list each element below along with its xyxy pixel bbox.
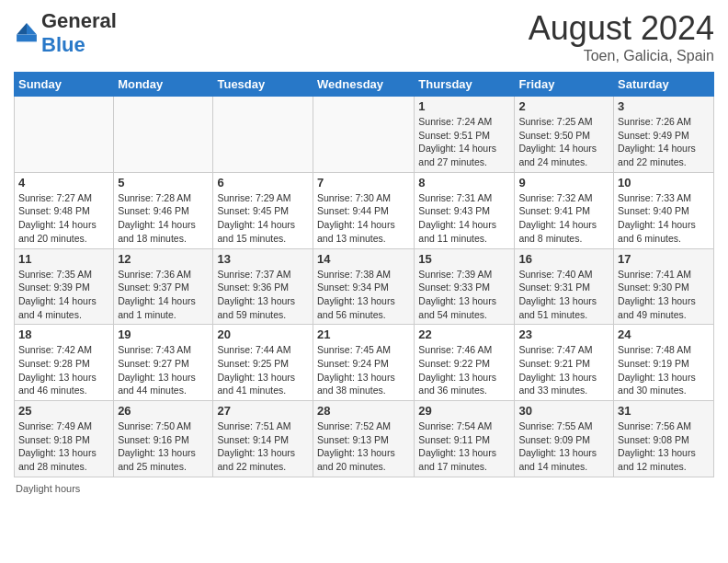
calendar-cell: 26Sunrise: 7:50 AMSunset: 9:16 PMDayligh… [114,401,213,477]
col-monday: Monday [114,73,213,97]
svg-rect-2 [17,35,37,42]
day-info: Sunrise: 7:56 AMSunset: 9:08 PMDaylight:… [618,419,710,474]
day-info: Sunrise: 7:30 AMSunset: 9:44 PMDaylight:… [317,191,410,246]
col-saturday: Saturday [614,73,714,97]
footer: Daylight hours [14,483,714,494]
calendar-cell: 14Sunrise: 7:38 AMSunset: 9:34 PMDayligh… [313,248,415,325]
calendar-cell: 21Sunrise: 7:45 AMSunset: 9:24 PMDayligh… [313,325,415,401]
day-info: Sunrise: 7:51 AMSunset: 9:14 PMDaylight:… [217,419,309,474]
day-info: Sunrise: 7:50 AMSunset: 9:16 PMDaylight:… [118,419,209,474]
day-info: Sunrise: 7:35 AMSunset: 9:39 PMDaylight:… [18,268,109,322]
day-number: 28 [317,404,410,418]
day-info: Sunrise: 7:47 AMSunset: 9:21 PMDaylight:… [518,343,609,397]
calendar-cell: 18Sunrise: 7:42 AMSunset: 9:28 PMDayligh… [15,325,114,401]
col-wednesday: Wednesday [313,73,415,97]
calendar-cell: 31Sunrise: 7:56 AMSunset: 9:08 PMDayligh… [614,401,714,477]
calendar-cell: 13Sunrise: 7:37 AMSunset: 9:36 PMDayligh… [213,248,313,325]
svg-marker-1 [17,23,27,34]
calendar-cell [313,97,415,173]
day-number: 19 [118,327,209,341]
day-number: 23 [518,327,609,341]
day-info: Sunrise: 7:48 AMSunset: 9:19 PMDaylight:… [618,343,710,397]
day-number: 4 [18,176,109,190]
calendar-cell: 22Sunrise: 7:46 AMSunset: 9:22 PMDayligh… [415,325,515,401]
location-subtitle: Toen, Galicia, Spain [529,48,714,64]
day-number: 2 [518,99,609,113]
col-sunday: Sunday [15,73,114,97]
calendar-week-row: 1Sunrise: 7:24 AMSunset: 9:51 PMDaylight… [15,97,714,173]
month-title: August 2024 [529,9,714,48]
day-number: 25 [18,404,109,418]
logo-icon [14,20,40,46]
day-number: 29 [418,404,510,418]
day-number: 9 [518,176,609,190]
day-info: Sunrise: 7:29 AMSunset: 9:45 PMDaylight:… [217,191,309,246]
header: General Blue August 2024 Toen, Galicia, … [14,9,714,64]
day-number: 24 [618,327,710,341]
col-friday: Friday [515,73,614,97]
calendar-cell: 15Sunrise: 7:39 AMSunset: 9:33 PMDayligh… [415,248,515,325]
calendar-cell: 17Sunrise: 7:41 AMSunset: 9:30 PMDayligh… [614,248,714,325]
calendar-cell: 29Sunrise: 7:54 AMSunset: 9:11 PMDayligh… [415,401,515,477]
day-info: Sunrise: 7:32 AMSunset: 9:41 PMDaylight:… [518,191,609,246]
calendar-week-row: 25Sunrise: 7:49 AMSunset: 9:18 PMDayligh… [15,401,714,477]
day-number: 15 [418,252,510,266]
calendar-cell [114,97,213,173]
calendar-cell: 2Sunrise: 7:25 AMSunset: 9:50 PMDaylight… [515,97,614,173]
calendar-week-row: 18Sunrise: 7:42 AMSunset: 9:28 PMDayligh… [15,325,714,401]
day-number: 16 [518,252,609,266]
day-info: Sunrise: 7:28 AMSunset: 9:46 PMDaylight:… [118,191,209,246]
day-info: Sunrise: 7:27 AMSunset: 9:48 PMDaylight:… [18,191,109,246]
day-info: Sunrise: 7:25 AMSunset: 9:50 PMDaylight:… [518,115,609,169]
logo-text: General Blue [41,9,117,57]
day-number: 31 [618,404,710,418]
day-number: 30 [518,404,609,418]
day-number: 5 [118,176,209,190]
day-info: Sunrise: 7:54 AMSunset: 9:11 PMDaylight:… [418,419,510,474]
day-number: 12 [118,252,209,266]
calendar-week-row: 4Sunrise: 7:27 AMSunset: 9:48 PMDaylight… [15,172,714,248]
day-info: Sunrise: 7:31 AMSunset: 9:43 PMDaylight:… [418,191,510,246]
day-number: 8 [418,176,510,190]
calendar-cell: 25Sunrise: 7:49 AMSunset: 9:18 PMDayligh… [15,401,114,477]
day-info: Sunrise: 7:26 AMSunset: 9:49 PMDaylight:… [618,115,710,169]
calendar-table: Sunday Monday Tuesday Wednesday Thursday… [14,72,714,477]
day-number: 21 [317,327,410,341]
day-number: 14 [317,252,410,266]
calendar-cell [213,97,313,173]
day-info: Sunrise: 7:40 AMSunset: 9:31 PMDaylight:… [518,268,609,322]
day-number: 20 [217,327,309,341]
calendar-cell: 27Sunrise: 7:51 AMSunset: 9:14 PMDayligh… [213,401,313,477]
day-info: Sunrise: 7:42 AMSunset: 9:28 PMDaylight:… [18,343,109,397]
day-info: Sunrise: 7:37 AMSunset: 9:36 PMDaylight:… [217,268,309,322]
calendar-cell: 5Sunrise: 7:28 AMSunset: 9:46 PMDaylight… [114,172,213,248]
day-number: 3 [618,99,710,113]
day-info: Sunrise: 7:36 AMSunset: 9:37 PMDaylight:… [118,268,209,322]
day-number: 6 [217,176,309,190]
calendar-cell: 3Sunrise: 7:26 AMSunset: 9:49 PMDaylight… [614,97,714,173]
day-number: 26 [118,404,209,418]
day-info: Sunrise: 7:45 AMSunset: 9:24 PMDaylight:… [317,343,410,397]
logo-area: General Blue [14,9,117,57]
calendar-cell: 7Sunrise: 7:30 AMSunset: 9:44 PMDaylight… [313,172,415,248]
day-info: Sunrise: 7:39 AMSunset: 9:33 PMDaylight:… [418,268,510,322]
day-number: 7 [317,176,410,190]
day-info: Sunrise: 7:41 AMSunset: 9:30 PMDaylight:… [618,268,710,322]
calendar-cell: 1Sunrise: 7:24 AMSunset: 9:51 PMDaylight… [415,97,515,173]
day-number: 13 [217,252,309,266]
day-info: Sunrise: 7:44 AMSunset: 9:25 PMDaylight:… [217,343,309,397]
day-info: Sunrise: 7:55 AMSunset: 9:09 PMDaylight:… [518,419,609,474]
day-info: Sunrise: 7:49 AMSunset: 9:18 PMDaylight:… [18,419,109,474]
day-number: 18 [18,327,109,341]
calendar-cell: 16Sunrise: 7:40 AMSunset: 9:31 PMDayligh… [515,248,614,325]
page: General Blue August 2024 Toen, Galicia, … [0,0,728,503]
day-info: Sunrise: 7:38 AMSunset: 9:34 PMDaylight:… [317,268,410,322]
day-number: 17 [618,252,710,266]
calendar-cell: 4Sunrise: 7:27 AMSunset: 9:48 PMDaylight… [15,172,114,248]
day-number: 11 [18,252,109,266]
title-area: August 2024 Toen, Galicia, Spain [529,9,714,64]
day-number: 10 [618,176,710,190]
calendar-cell: 24Sunrise: 7:48 AMSunset: 9:19 PMDayligh… [614,325,714,401]
day-info: Sunrise: 7:24 AMSunset: 9:51 PMDaylight:… [418,115,510,169]
calendar-cell: 11Sunrise: 7:35 AMSunset: 9:39 PMDayligh… [15,248,114,325]
